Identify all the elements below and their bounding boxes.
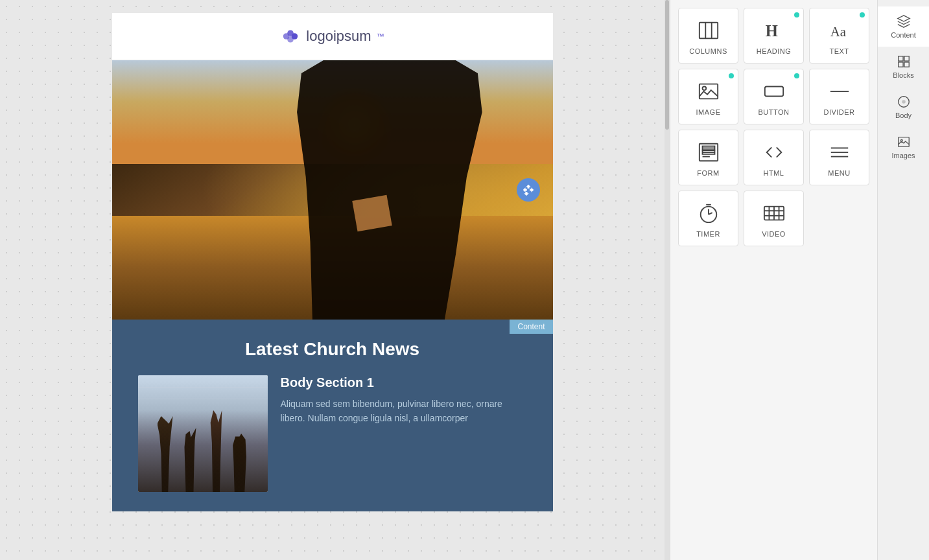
svg-point-10 — [702, 86, 706, 90]
html-label: HTML — [764, 169, 784, 177]
timer-label: TIMER — [696, 230, 720, 238]
move-handle[interactable] — [517, 178, 540, 202]
body-section-title: Body Section 1 — [281, 375, 527, 390]
hand3 — [209, 410, 224, 492]
widget-divider[interactable]: DIVIDER — [809, 69, 869, 124]
menu-label: MENU — [828, 169, 850, 177]
images-icon — [897, 135, 911, 149]
book-hint — [352, 195, 392, 232]
widget-text[interactable]: Aa TEXT — [809, 8, 869, 64]
form-icon — [697, 141, 720, 164]
content-text: Body Section 1 Aliquam sed sem bibendum,… — [281, 375, 527, 426]
video-icon — [762, 202, 786, 225]
ceiling-line-1 — [138, 387, 268, 388]
nav-item-images[interactable]: Images — [878, 127, 929, 167]
menu-icon — [828, 141, 851, 164]
svg-rect-36 — [904, 62, 908, 67]
logo-superscript: ™ — [377, 32, 384, 41]
svg-text:H: H — [765, 22, 777, 40]
svg-rect-9 — [699, 84, 717, 99]
nav-label-content: Content — [891, 31, 916, 39]
logo-area: logoipsum ™ — [125, 26, 540, 47]
widget-menu[interactable]: MENU — [809, 130, 869, 185]
divider-icon — [828, 80, 851, 103]
svg-rect-35 — [898, 62, 902, 67]
content-section: Content Latest Church News — [112, 320, 553, 511]
form-label: FORM — [697, 169, 719, 177]
hand2 — [183, 428, 196, 492]
button-icon — [762, 80, 786, 103]
email-container: logoipsum ™ — [112, 13, 553, 511]
button-label: BUTTON — [758, 108, 789, 116]
widget-button[interactable]: BUTTON — [744, 69, 804, 124]
widget-form[interactable]: FORM — [678, 130, 738, 185]
content-badge: Content — [510, 320, 552, 334]
nav-label-body: Body — [895, 111, 911, 119]
canvas-area: logoipsum ™ — [0, 0, 664, 560]
logo-header: logoipsum ™ — [112, 13, 553, 60]
magic-dot-text — [860, 12, 865, 18]
scrollbar[interactable] — [664, 0, 670, 560]
columns-label: COLUMNS — [689, 47, 727, 55]
content-icon — [897, 14, 911, 29]
heading-icon: H — [762, 19, 786, 42]
scrollbar-thumb[interactable] — [665, 0, 669, 130]
hero-section — [112, 60, 553, 320]
ceiling-line-2 — [138, 399, 268, 399]
nav-item-content[interactable]: Content — [878, 6, 929, 47]
hand1 — [158, 416, 173, 492]
content-row: Body Section 1 Aliquam sed sem bibendum,… — [138, 375, 527, 492]
svg-rect-11 — [764, 86, 782, 96]
svg-point-3 — [288, 36, 294, 43]
svg-rect-39 — [898, 137, 909, 147]
svg-rect-4 — [699, 23, 717, 39]
widget-video[interactable]: VIDEO — [744, 191, 804, 246]
magic-dot-button — [794, 73, 799, 78]
svg-point-38 — [902, 100, 906, 104]
image-label: IMAGE — [696, 108, 721, 116]
text-label: TEXT — [829, 47, 849, 55]
body-icon — [897, 95, 911, 109]
logo-text: logoipsum — [306, 28, 371, 45]
widget-grid: COLUMNS H HEADING Aa — [678, 8, 869, 246]
hands-photo — [138, 375, 268, 492]
magic-dot-heading — [794, 12, 799, 18]
svg-rect-34 — [904, 56, 908, 61]
logo-icon — [280, 26, 301, 47]
nav-item-blocks[interactable]: Blocks — [878, 47, 929, 87]
widget-timer[interactable]: TIMER — [678, 191, 738, 246]
text-icon: Aa — [828, 19, 851, 42]
nav-label-images: Images — [891, 152, 915, 159]
move-icon — [523, 184, 534, 196]
svg-rect-33 — [898, 56, 902, 61]
body-section-text: Aliquam sed sem bibendum, pulvinar liber… — [281, 397, 527, 426]
svg-text:Aa: Aa — [830, 24, 845, 39]
magic-dot-image — [729, 73, 734, 78]
widget-grid-container: COLUMNS H HEADING Aa — [670, 0, 877, 560]
hero-image — [112, 60, 553, 320]
blocks-icon — [897, 54, 911, 69]
content-image — [138, 375, 268, 492]
divider-label: DIVIDER — [823, 108, 854, 116]
nav-label-blocks: Blocks — [893, 71, 913, 79]
widget-heading[interactable]: H HEADING — [744, 8, 804, 64]
widget-panel: COLUMNS H HEADING Aa — [670, 0, 877, 560]
html-icon — [762, 141, 786, 164]
svg-marker-32 — [897, 16, 909, 21]
widget-columns[interactable]: COLUMNS — [678, 8, 738, 64]
widget-image[interactable]: IMAGE — [678, 69, 738, 124]
widget-html[interactable]: HTML — [744, 130, 804, 185]
columns-icon — [697, 19, 720, 42]
far-right-nav: Content Blocks Body Images — [877, 0, 929, 560]
heading-label: HEADING — [757, 47, 792, 55]
hand4 — [231, 434, 248, 492]
image-icon — [697, 80, 720, 103]
section-heading: Latest Church News — [138, 339, 527, 360]
nav-item-body[interactable]: Body — [878, 87, 929, 127]
timer-icon — [697, 202, 720, 225]
video-label: VIDEO — [762, 230, 786, 238]
